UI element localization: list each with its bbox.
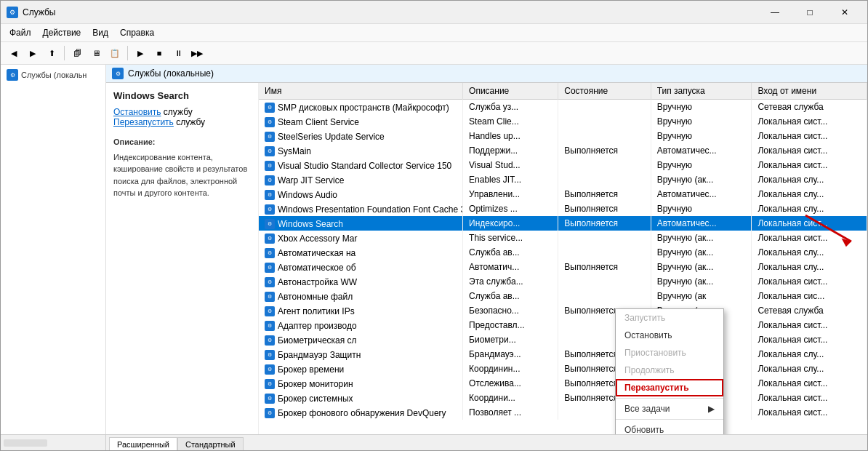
show-hide-button[interactable]: 🗐 xyxy=(68,44,86,62)
service-icon: ⚙ xyxy=(265,132,275,142)
table-row[interactable]: ⚙Автоматическое обАвтоматич...Выполняетс… xyxy=(259,260,867,274)
restart-service-link[interactable]: Перезапустить xyxy=(113,117,174,127)
table-row[interactable]: ⚙Агент политики IPsБезопасно...Выполняет… xyxy=(259,303,867,318)
cell-name: ⚙Автонастройка WW xyxy=(259,274,463,289)
forward-button[interactable]: ▶ xyxy=(24,44,41,62)
cell-desc: Координин... xyxy=(463,362,558,376)
service-icon: ⚙ xyxy=(265,350,275,360)
cell-desc: Безопасно... xyxy=(463,303,558,318)
ctx-refresh[interactable]: Обновить xyxy=(616,421,723,434)
table-row[interactable]: ⚙Visual Studio Standard Collector Servic… xyxy=(259,158,867,172)
pause-service-button[interactable]: ⏸ xyxy=(169,44,187,62)
col-startup[interactable]: Тип запуска xyxy=(651,83,752,100)
ctx-start[interactable]: Запустить xyxy=(616,309,723,327)
up-button[interactable]: ⬆ xyxy=(43,44,60,62)
status-tabs: Расширенный Стандартный xyxy=(106,435,246,450)
table-row[interactable]: ⚙Брандмауэр ЗащитнБрандмауэ...Выполняетс… xyxy=(259,347,867,362)
service-icon: ⚙ xyxy=(265,277,275,287)
ctx-pause[interactable]: Приостановить xyxy=(616,344,723,362)
cell-logon: Локальная слу... xyxy=(752,201,867,216)
cell-logon: Локальная слу... xyxy=(752,172,867,187)
cell-logon: Локальная сис... xyxy=(752,289,867,303)
tab-standard[interactable]: Стандартный xyxy=(177,437,244,450)
cell-logon: Локальная слу... xyxy=(752,187,867,201)
help-button[interactable]: 📋 xyxy=(106,44,124,62)
services-tbody: ⚙SMP дисковых пространств (Майкрософт)Сл… xyxy=(259,100,867,420)
table-row[interactable]: ⚙SteelSeries Update ServiceHandles up...… xyxy=(259,129,867,143)
table-row[interactable]: ⚙SMP дисковых пространств (Майкрософт)Сл… xyxy=(259,100,867,115)
table-row[interactable]: ⚙Биометрическая слБиометри...Вручную (ак… xyxy=(259,332,867,347)
table-row[interactable]: ⚙Steam Client ServiceSteam Clie...Вручну… xyxy=(259,114,867,129)
table-row[interactable]: ⚙Автоматическая наСлужба ав...Вручную (а… xyxy=(259,245,867,260)
table-row[interactable]: ⚙SysMainПоддержи...ВыполняетсяАвтоматиче… xyxy=(259,143,867,158)
cell-name: ⚙Автоматическое об xyxy=(259,260,463,274)
toolbar: ◀ ▶ ⬆ 🗐 🖥 📋 ▶ ■ ⏸ ▶▶ xyxy=(1,42,867,65)
tab-extended[interactable]: Расширенный xyxy=(109,437,177,450)
toolbar-separator-1 xyxy=(64,46,65,60)
cell-logon: Сетевая служба xyxy=(752,303,867,318)
table-row[interactable]: ⚙Брокер системныхКоордини...ВыполняетсяА… xyxy=(259,391,867,405)
table-row[interactable]: ⚙Брокер фонового обнаружения DevQueryПоз… xyxy=(259,405,867,420)
cell-name: ⚙SMP дисковых пространств (Майкрософт) xyxy=(259,100,463,115)
menu-action[interactable]: Действие xyxy=(37,25,87,40)
table-row[interactable]: ⚙Автономные файлСлужба ав...Вручную (акЛ… xyxy=(259,289,867,303)
window-controls: — □ ✕ xyxy=(758,4,861,20)
cell-desc: Эта служба... xyxy=(463,274,558,289)
cell-desc: Служба ав... xyxy=(463,289,558,303)
table-row[interactable]: ⚙Warp JIT ServiceEnables JIT...Вручную (… xyxy=(259,172,867,187)
cell-name: ⚙Xbox Accessory Mar xyxy=(259,231,463,245)
table-row[interactable]: ⚙Windows SearchИндексиро...ВыполняетсяАв… xyxy=(259,216,867,231)
cell-desc: Steam Clie... xyxy=(463,114,558,129)
cell-desc: Управлени... xyxy=(463,187,558,201)
maximize-button[interactable]: □ xyxy=(793,4,827,20)
ctx-restart[interactable]: Перезапустить xyxy=(616,379,723,396)
cell-state xyxy=(558,114,651,129)
col-state[interactable]: Состояние xyxy=(558,83,651,100)
table-row[interactable]: ⚙Автонастройка WWЭта служба...Вручную (а… xyxy=(259,274,867,289)
table-row[interactable]: ⚙Адаптер производоПредоставл...ВручнуюЛо… xyxy=(259,318,867,332)
menu-help[interactable]: Справка xyxy=(114,25,160,40)
cell-desc: Позволяет ... xyxy=(463,405,558,420)
cell-startup: Вручную xyxy=(651,158,752,172)
col-desc[interactable]: Описание xyxy=(463,83,558,100)
cell-logon: Сетевая служба xyxy=(752,100,867,115)
left-panel: Windows Search Остановить службу Перезап… xyxy=(106,83,259,434)
title-bar: ⚙ Службы — □ ✕ xyxy=(1,1,867,24)
services-table-container[interactable]: Имя Описание Состояние Тип запуска Вход … xyxy=(259,83,867,434)
cell-logon: Локальная сист... xyxy=(752,391,867,405)
table-row[interactable]: ⚙Windows AudioУправлени...ВыполняетсяАвт… xyxy=(259,187,867,201)
ctx-stop[interactable]: Остановить xyxy=(616,327,723,344)
menu-view[interactable]: Вид xyxy=(87,25,114,40)
back-button[interactable]: ◀ xyxy=(5,44,23,62)
minimize-button[interactable]: — xyxy=(758,4,792,20)
table-row[interactable]: ⚙Xbox Accessory MarThis service...Вручну… xyxy=(259,231,867,245)
stop-service-button[interactable]: ■ xyxy=(150,44,168,62)
table-row[interactable]: ⚙Брокер времениКоординин...ВыполняетсяАв… xyxy=(259,362,867,376)
cell-name: ⚙SteelSeries Update Service xyxy=(259,129,463,143)
stop-service-link[interactable]: Остановить xyxy=(113,107,161,117)
cell-logon: Локальная сист... xyxy=(752,158,867,172)
menu-file[interactable]: Файл xyxy=(4,25,37,40)
cell-startup: Вручную (ак... xyxy=(651,245,752,260)
close-button[interactable]: ✕ xyxy=(828,4,861,20)
cell-name: ⚙Брокер системных xyxy=(259,391,463,405)
table-row[interactable]: ⚙Брокер мониторинОтслежива...Выполняется… xyxy=(259,376,867,391)
restart-suffix: службу xyxy=(174,117,205,127)
restart-service-button[interactable]: ▶▶ xyxy=(188,44,206,62)
service-icon: ⚙ xyxy=(265,161,275,171)
cell-desc: Индексиро... xyxy=(463,216,558,231)
tree-header[interactable]: ⚙ Службы (локальн xyxy=(4,68,103,82)
context-menu: Запустить Остановить Приостановить Продо… xyxy=(615,308,724,434)
col-logon[interactable]: Вход от имени xyxy=(752,83,867,100)
ctx-continue[interactable]: Продолжить xyxy=(616,362,723,379)
cell-logon: Локальная сист... xyxy=(752,318,867,332)
status-left xyxy=(1,435,106,450)
cell-startup: Вручную (ак xyxy=(651,289,752,303)
start-service-button[interactable]: ▶ xyxy=(132,44,149,62)
cell-startup: Вручную (ак... xyxy=(651,172,752,187)
table-row[interactable]: ⚙Windows Presentation Foundation Font Ca… xyxy=(259,201,867,216)
col-name[interactable]: Имя xyxy=(259,83,463,100)
cell-name: ⚙Адаптер производо xyxy=(259,318,463,332)
ctx-all-tasks[interactable]: Все задачи▶ xyxy=(616,400,723,418)
properties-button[interactable]: 🖥 xyxy=(87,44,105,62)
